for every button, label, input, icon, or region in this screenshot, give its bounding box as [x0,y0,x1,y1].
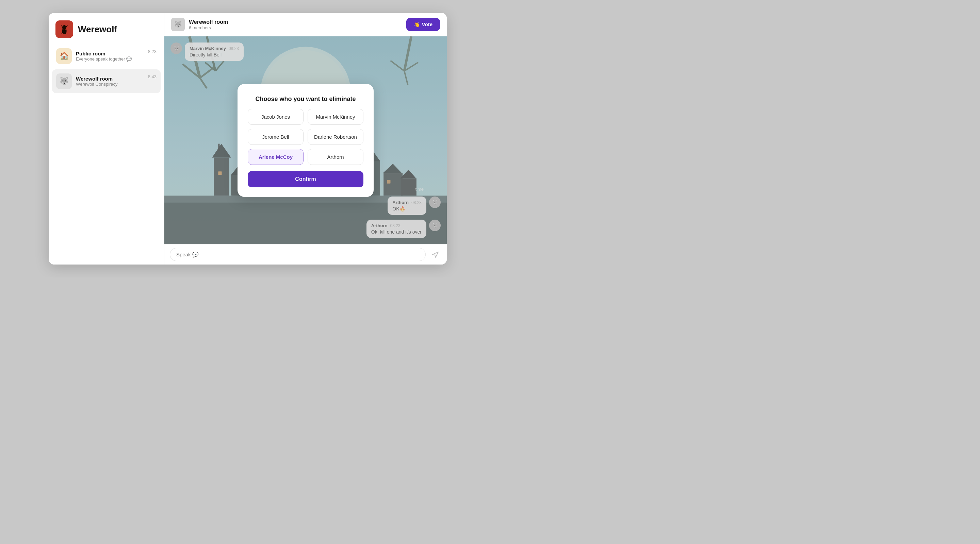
vote-button[interactable]: 👋 Vote [406,18,440,31]
sidebar: Werewolf 🏠 Public room Everyone speak to… [49,13,164,265]
chat-header-members: 6 members [189,25,402,30]
sidebar-item-werewolf[interactable]: 🐺 Werewolf room Werewolf Conspiracy 8:43 [52,69,161,93]
public-room-info: Public room Everyone speak together 💬 [76,51,144,62]
app-logo [56,21,73,38]
werewolf-room-name: Werewolf room [76,76,144,82]
option-jacob-jones[interactable]: Jacob Jones [248,109,304,125]
chat-header-avatar: 🐺 [171,18,185,31]
sidebar-header: Werewolf [49,13,164,44]
eliminate-modal: Choose who you want to eliminate Jacob J… [237,84,374,197]
option-arthorn[interactable]: Arthorn [308,149,363,165]
chat-header: 🐺 Werewolf room 6 members 👋 Vote [164,13,447,36]
option-jerome-bell[interactable]: Jerome Bell [248,129,304,145]
chat-header-name: Werewolf room [189,19,402,25]
option-marvin-mckinney[interactable]: Marvin McKinney [308,109,363,125]
chat-input[interactable] [170,248,426,261]
public-room-name: Public room [76,51,144,56]
option-arlene-mccoy[interactable]: Arlene McCoy [248,149,304,165]
svg-point-1 [62,25,66,30]
modal-options: Jacob Jones Marvin McKinney Jerome Bell … [248,109,363,165]
send-icon [431,251,439,259]
app-title: Werewolf [78,24,117,35]
werewolf-room-last: Werewolf Conspiracy [76,82,144,87]
sidebar-rooms: 🏠 Public room Everyone speak together 💬 … [49,44,164,265]
werewolf-room-avatar: 🐺 [56,73,72,89]
modal-title: Choose who you want to eliminate [248,95,363,103]
chat-input-area [164,244,447,265]
werewolf-room-info: Werewolf room Werewolf Conspiracy [76,76,144,87]
public-room-time: 8:23 [148,48,156,54]
public-room-avatar: 🏠 [56,48,72,64]
send-button[interactable] [429,249,441,261]
sidebar-item-public[interactable]: 🏠 Public room Everyone speak together 💬 … [52,44,161,68]
option-darlene-robertson[interactable]: Darlene Robertson [308,129,363,145]
confirm-button[interactable]: Confirm [248,171,363,187]
werewolf-room-time: 8:43 [148,73,156,79]
chat-background: 🐺 Marvin McKinney 08:23 Directly kill Be… [164,36,447,244]
public-room-last: Everyone speak together 💬 [76,56,144,62]
modal-overlay: Choose who you want to eliminate Jacob J… [164,36,447,244]
chat-area: 🐺 Werewolf room 6 members 👋 Vote [164,13,447,265]
chat-header-info: Werewolf room 6 members [189,19,402,30]
app-container: Werewolf 🏠 Public room Everyone speak to… [49,13,447,265]
